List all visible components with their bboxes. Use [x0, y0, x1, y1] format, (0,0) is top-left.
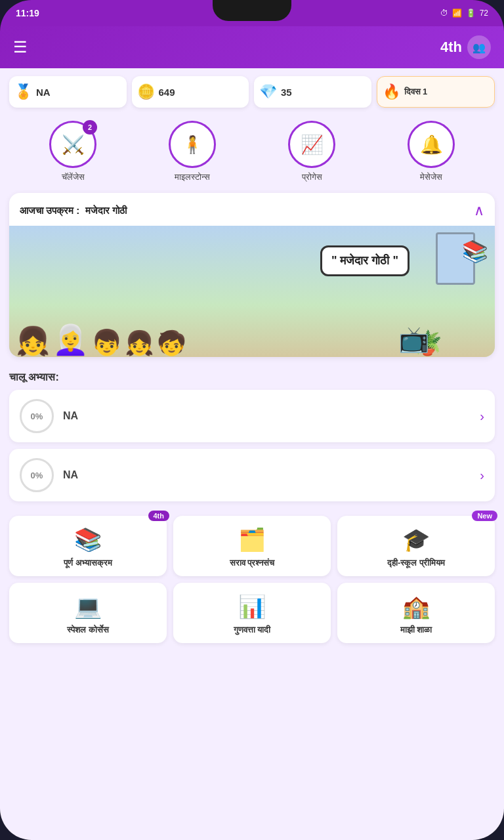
premium-label: द्ही-स्कूल प्रीमियम — [387, 558, 445, 568]
percent-2: 0% — [31, 471, 43, 480]
milestones-icon: 🧍 — [182, 135, 203, 155]
gems-value: 35 — [281, 87, 292, 98]
my-school-icon: 🏫 — [402, 593, 430, 620]
progress-icon-circle: 📈 — [288, 121, 335, 168]
milestones-label: माइलस्टोन्स — [175, 172, 210, 182]
messages-label: मेसेजेस — [420, 172, 442, 182]
char-4: 🧒 — [157, 329, 186, 357]
current-study-title: चालू अभ्यास: — [9, 371, 495, 383]
activity-header: आजचा उपक्रम : मजेदार गोठी ∧ — [9, 193, 495, 226]
story-speech-bubble: " मजेदार गोठी " — [320, 245, 410, 276]
challenges-label: चॅलेंजेस — [62, 172, 85, 182]
quality-list-label: गुणवत्ता यादी — [234, 625, 271, 635]
grid-item-premium[interactable]: New 🎓 द्ही-स्कूल प्रीमियम — [337, 516, 495, 576]
stat-rank[interactable]: 🏅 NA — [9, 76, 127, 108]
milestones-item[interactable]: 🧍 माइलस्टोन्स — [169, 121, 216, 182]
practice-label: सराव प्रश्नसंच — [230, 558, 275, 568]
bookshelf-icon: 📚 — [462, 239, 488, 264]
challenges-icon: ⚔️ — [62, 134, 85, 156]
gems-icon: 💎 — [259, 83, 277, 100]
menu-button[interactable]: ☰ — [13, 38, 28, 56]
battery-level: 72 — [480, 9, 488, 18]
tv-icon: 📺 — [398, 325, 429, 354]
phone-frame: 11:19 ⏱ 📶 🔋 72 ☰ 4th 👥 🏅 NA 🪙 649 — [0, 0, 504, 840]
messages-item[interactable]: 🔔 मेसेजेस — [408, 121, 455, 182]
activity-title: आजचा उपक्रम : मजेदार गोठी — [20, 205, 127, 217]
icon-circles-row: ⚔️ 2 चॅलेंजेस 🧍 माइलस्टोन्स 📈 प्रोगेस — [0, 116, 504, 193]
stat-coins[interactable]: 🪙 649 — [132, 76, 249, 108]
premium-icon: 🎓 — [402, 526, 430, 553]
grid-item-full-curriculum[interactable]: 4th 📚 पूर्ण अभ्यासक्रम — [9, 516, 167, 576]
progress-label: प्रोगेस — [302, 172, 322, 182]
practice-icon: 🗂️ — [238, 526, 266, 553]
grid-container: 4th 📚 पूर्ण अभ्यासक्रम 🗂️ सराव प्रश्नसंच… — [9, 516, 495, 643]
streak-value: दिवस 1 — [404, 87, 428, 97]
wifi-icon: 📶 — [452, 9, 462, 18]
progress-item[interactable]: 📈 प्रोगेस — [288, 121, 335, 182]
grade-label: 4th — [440, 39, 462, 56]
arrow-icon-2: › — [480, 468, 484, 483]
grid-item-special-courses[interactable]: 💻 स्पेशल कोर्सेस — [9, 583, 167, 643]
my-school-label: माझी शाळा — [400, 625, 432, 635]
arrow-icon-1: › — [480, 409, 484, 424]
challenges-icon-circle: ⚔️ 2 — [49, 121, 96, 168]
milestones-icon-circle: 🧍 — [169, 121, 216, 168]
study-label-1: NA — [63, 410, 471, 422]
app-body: 🏅 NA 🪙 649 💎 35 🔥 दिवस 1 ⚔️ 2 — [0, 68, 504, 840]
grid-item-my-school[interactable]: 🏫 माझी शाळा — [337, 583, 495, 643]
scene-overlay: 🪴 📚 📺 👧 👩‍🦳 👦 👧 🧒 — [9, 226, 495, 357]
stat-streak[interactable]: 🔥 दिवस 1 — [377, 76, 495, 108]
premium-badge: New — [472, 511, 497, 521]
messages-icon-circle: 🔔 — [408, 121, 455, 168]
activity-name-text: मजेदार गोठी — [85, 205, 127, 216]
challenges-item[interactable]: ⚔️ 2 चॅलेंजेस — [49, 121, 96, 182]
characters-group: 👧 👩‍🦳 👦 👧 🧒 — [16, 323, 186, 357]
collapse-icon[interactable]: ∧ — [474, 202, 484, 219]
progress-circle-1: 0% — [20, 399, 54, 433]
rank-icon: 🏅 — [14, 83, 32, 100]
activity-prefix: आजचा उपक्रम : मजेदार गोठी — [20, 205, 127, 216]
current-study-section: चालू अभ्यास: 0% NA › 0% NA › — [0, 366, 504, 511]
status-time: 11:19 — [16, 8, 39, 18]
rank-value: NA — [36, 87, 51, 98]
signal-icon: 🔋 — [466, 9, 476, 18]
header-title: 4th 👥 — [440, 35, 491, 59]
battery-icon: ⏱ — [440, 9, 448, 18]
study-item-2[interactable]: 0% NA › — [9, 449, 495, 501]
char-3: 👧 — [125, 329, 154, 357]
status-icons: ⏱ 📶 🔋 72 — [440, 9, 488, 18]
bell-icon: 🔔 — [420, 134, 443, 156]
stat-gems[interactable]: 💎 35 — [254, 76, 371, 108]
progress-circle-2: 0% — [20, 458, 54, 492]
curriculum-icon: 📚 — [74, 526, 102, 553]
special-courses-label: स्पेशल कोर्सेस — [67, 625, 109, 635]
special-courses-icon: 💻 — [74, 593, 102, 620]
app-header: ☰ 4th 👥 — [0, 26, 504, 68]
coins-value: 649 — [159, 87, 175, 98]
curriculum-badge: 4th — [148, 511, 170, 521]
grid-item-quality-list[interactable]: 📊 गुणवत्ता यादी — [173, 583, 331, 643]
percent-1: 0% — [31, 411, 43, 421]
notch — [213, 0, 291, 21]
coins-icon: 🪙 — [137, 83, 155, 100]
grid-item-practice[interactable]: 🗂️ सराव प्रश्नसंच — [173, 516, 331, 576]
curriculum-label: पूर्ण अभ्यासक्रम — [64, 558, 112, 568]
study-label-2: NA — [63, 469, 471, 481]
grade-icon: 👥 — [467, 35, 491, 59]
activity-image: 🪴 📚 📺 👧 👩‍🦳 👦 👧 🧒 " — [9, 226, 495, 357]
char-1: 👧 — [16, 325, 50, 357]
char-grandma: 👩‍🦳 — [52, 323, 89, 357]
char-2: 👦 — [91, 328, 122, 357]
activity-card[interactable]: आजचा उपक्रम : मजेदार गोठी ∧ 🪴 📚 — [9, 193, 495, 357]
progress-icon: 📈 — [301, 134, 324, 156]
activity-prefix-text: आजचा उपक्रम : — [20, 205, 79, 216]
streak-icon: 🔥 — [383, 83, 400, 100]
stats-row: 🏅 NA 🪙 649 💎 35 🔥 दिवस 1 — [0, 68, 504, 116]
quality-list-icon: 📊 — [238, 593, 266, 620]
grid-section: 4th 📚 पूर्ण अभ्यासक्रम 🗂️ सराव प्रश्नसंच… — [0, 511, 504, 654]
story-text: मजेदार गोठी — [340, 254, 389, 267]
study-item-1[interactable]: 0% NA › — [9, 390, 495, 442]
challenges-badge: 2 — [83, 120, 97, 135]
